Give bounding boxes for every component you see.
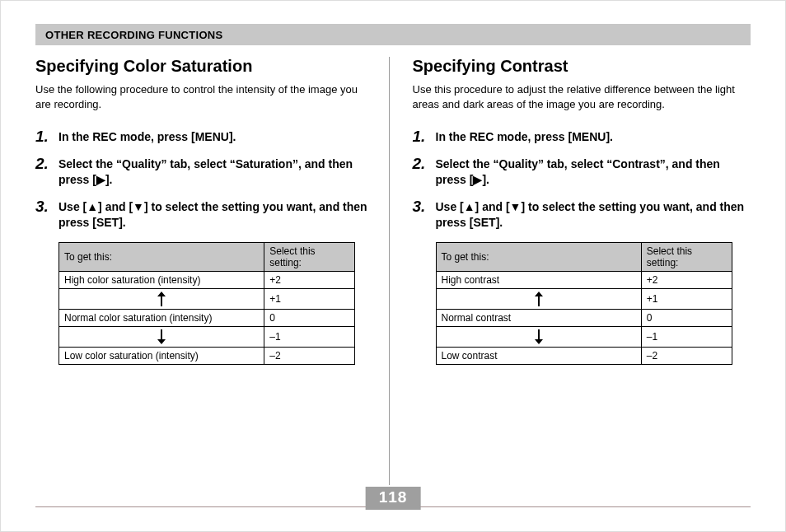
left-val-1: +1	[264, 288, 355, 309]
left-table-header-right: Select this setting:	[264, 242, 355, 271]
right-val-4: –2	[641, 347, 732, 364]
left-step-2-text: Select the “Quality” tab, select “Satura…	[58, 157, 353, 186]
left-desc-normal: Normal color saturation (intensity)	[59, 309, 264, 326]
right-steps: 1.In the REC mode, press [MENU]. 2.Selec…	[413, 129, 751, 230]
left-steps: 1.In the REC mode, press [MENU]. 2.Selec…	[35, 129, 374, 230]
left-intro: Use the following procedure to control t…	[35, 82, 374, 111]
left-val-3: –1	[264, 326, 355, 347]
left-val-2: 0	[264, 309, 355, 326]
left-desc-low: Low color saturation (intensity)	[59, 347, 264, 364]
right-table: To get this: Select this setting: High c…	[436, 242, 732, 365]
arrow-down-icon	[157, 329, 166, 344]
left-arrow-down-cell	[59, 326, 264, 347]
left-val-4: –2	[264, 347, 355, 364]
left-step-1-text: In the REC mode, press [MENU].	[58, 130, 236, 143]
left-table-header-left: To get this:	[59, 242, 264, 271]
right-val-0: +2	[641, 271, 732, 288]
arrow-down-icon	[535, 329, 543, 344]
right-table-header-right: Select this setting:	[641, 242, 732, 271]
left-step-1: 1.In the REC mode, press [MENU].	[35, 129, 374, 145]
page-number: 118	[366, 487, 421, 510]
right-step-1: 1.In the REC mode, press [MENU].	[413, 129, 751, 145]
right-desc-high: High contrast	[436, 271, 641, 288]
right-val-3: –1	[641, 326, 732, 347]
right-column: Specifying Contrast Use this procedure t…	[413, 57, 751, 485]
section-bar-label: OTHER RECORDING FUNCTIONS	[45, 29, 223, 41]
left-column: Specifying Color Saturation Use the foll…	[35, 57, 390, 485]
section-bar: OTHER RECORDING FUNCTIONS	[35, 24, 751, 45]
right-intro: Use this procedure to adjust the relativ…	[413, 82, 751, 111]
right-step-2: 2.Select the “Quality” tab, select “Cont…	[413, 156, 751, 188]
right-step-2-text: Select the “Quality” tab, select “Contra…	[436, 157, 720, 186]
right-heading: Specifying Contrast	[413, 57, 751, 76]
right-val-1: +1	[641, 288, 732, 309]
right-desc-normal: Normal contrast	[436, 309, 641, 326]
right-arrow-down-cell	[436, 326, 641, 347]
left-arrow-up-cell	[59, 288, 264, 309]
right-desc-low: Low contrast	[436, 347, 641, 364]
right-step-3-text: Use [▲] and [▼] to select the setting yo…	[436, 200, 745, 229]
left-heading: Specifying Color Saturation	[35, 57, 374, 76]
left-step-3-text: Use [▲] and [▼] to select the setting yo…	[58, 200, 367, 229]
arrow-up-icon	[157, 292, 166, 306]
right-table-header-left: To get this:	[436, 242, 641, 271]
left-desc-high: High color saturation (intensity)	[59, 271, 264, 288]
left-step-2: 2.Select the “Quality” tab, select “Satu…	[35, 156, 374, 188]
right-arrow-up-cell	[436, 288, 641, 309]
content-columns: Specifying Color Saturation Use the foll…	[35, 57, 751, 485]
right-val-2: 0	[641, 309, 732, 326]
right-step-1-text: In the REC mode, press [MENU].	[436, 130, 613, 143]
right-step-3: 3.Use [▲] and [▼] to select the setting …	[413, 199, 751, 231]
left-step-3: 3.Use [▲] and [▼] to select the setting …	[35, 199, 374, 231]
left-table: To get this: Select this setting: High c…	[58, 242, 355, 365]
arrow-up-icon	[535, 292, 543, 306]
page-footer: 118	[35, 487, 751, 510]
left-val-0: +2	[264, 271, 355, 288]
